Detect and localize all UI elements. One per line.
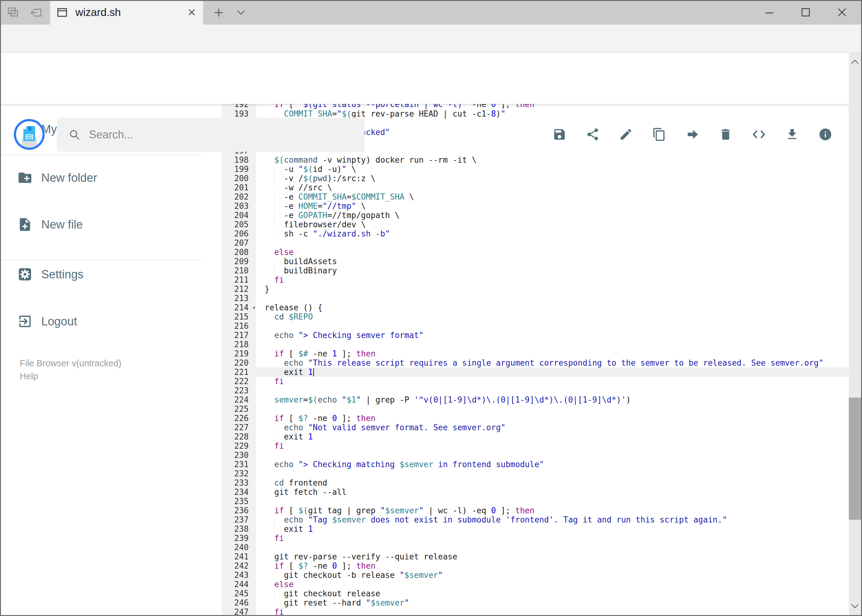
code-text xyxy=(256,321,849,331)
sidebar-item-settings[interactable]: Settings xyxy=(0,259,203,290)
code-line-232: 232 xyxy=(222,469,849,478)
code-text: exit 1 xyxy=(256,432,849,441)
line-number: 242 xyxy=(222,561,256,570)
code-text: git checkout release xyxy=(256,589,849,598)
code-text xyxy=(256,294,849,303)
code-line-214: 214▾release () { xyxy=(222,303,849,312)
code-line-237: 237 echo "Tag $semver does not exist in … xyxy=(222,515,849,524)
edit-pencil-icon[interactable] xyxy=(619,127,633,141)
code-line-198: 198 $(command -v winpty) docker run --rm… xyxy=(222,155,849,165)
move-arrow-icon[interactable] xyxy=(686,127,700,141)
close-window-icon[interactable] xyxy=(828,4,856,20)
maximize-icon[interactable] xyxy=(792,4,819,20)
sidebar-item-new-file[interactable]: New file xyxy=(0,209,203,240)
fold-arrow-icon[interactable]: ▾ xyxy=(252,303,256,312)
info-icon[interactable] xyxy=(818,127,832,141)
line-number: 235 xyxy=(222,497,256,506)
code-line-225: 225 xyxy=(222,404,849,414)
file-actions xyxy=(552,127,832,141)
line-number: 244 xyxy=(222,580,256,589)
line-number: 231 xyxy=(222,460,256,469)
code-text: git rev-parse --verify --quiet release xyxy=(256,552,849,561)
code-text: $(command -v winpty) docker run --rm -it… xyxy=(256,155,849,165)
tab-preview-icon[interactable] xyxy=(6,6,20,20)
help-link[interactable]: Help xyxy=(20,370,38,383)
code-line-247: 247 fi xyxy=(222,607,849,616)
line-number: 219 xyxy=(222,349,256,358)
code-line-243: 243 git checkout -b release "$semver" xyxy=(222,570,849,580)
code-line-218: 218 xyxy=(222,340,849,349)
code-line-234: 234 git fetch --all xyxy=(222,487,849,497)
filebrowser-floppy-logo[interactable] xyxy=(14,119,45,150)
code-brackets-icon[interactable] xyxy=(752,127,766,141)
line-number: 230 xyxy=(222,451,256,460)
code-line-242: 242 if [ $? -ne 0 ]; then xyxy=(222,561,849,570)
download-icon[interactable] xyxy=(785,127,799,141)
code-line-227: 227 echo "Not valid semver format. See s… xyxy=(222,423,849,432)
code-line-209: 209 buildAssets xyxy=(222,257,849,266)
code-line-241: 241 git rev-parse --verify --quiet relea… xyxy=(222,552,849,561)
tab-wizard-sh[interactable]: wizard.sh xyxy=(50,0,203,25)
code-line-199: 199 -u "$(id -u)" \ xyxy=(222,165,849,174)
code-text: echo "> Checking matching $semver in fro… xyxy=(256,460,849,469)
code-line-202: 202 -e COMMIT_SHA=$COMMIT_SHA \ xyxy=(222,192,849,201)
code-text: fi xyxy=(256,441,849,451)
sidebar-item-label: New folder xyxy=(41,171,97,184)
line-number: 208 xyxy=(222,248,256,257)
code-text: if [ $(git tag | grep "$semver" | wc -l)… xyxy=(256,506,849,515)
line-number: 211 xyxy=(222,275,256,284)
code-editor[interactable]: 192 if [ "$(git status --porcelain | wc … xyxy=(222,104,849,616)
sidebar-item-logout[interactable]: Logout xyxy=(0,306,203,337)
logout-icon xyxy=(17,314,33,329)
new-tab-icon[interactable] xyxy=(213,7,225,19)
code-line-226: 226 if [ $? -ne 0 ]; then xyxy=(222,414,849,423)
line-number: 226 xyxy=(222,414,256,423)
code-line-208: 208 else xyxy=(222,248,849,257)
search-bar[interactable] xyxy=(57,118,365,152)
code-line-230: 230 xyxy=(222,451,849,460)
code-line-217: 217 echo "> Checking semver format" xyxy=(222,331,849,340)
scroll-up-icon[interactable] xyxy=(849,55,861,69)
sidebar-item-label: New file xyxy=(41,218,83,231)
code-text: -w //src \ xyxy=(256,183,849,192)
save-icon[interactable] xyxy=(552,127,567,141)
page-scrollbar[interactable] xyxy=(849,53,861,615)
settings-gear-icon xyxy=(17,267,33,282)
window-border xyxy=(0,0,862,1)
scroll-down-icon[interactable] xyxy=(849,599,861,613)
line-number: 198 xyxy=(222,155,256,165)
code-line-239: 239 fi xyxy=(222,534,849,543)
code-text: -e COMMIT_SHA=$COMMIT_SHA \ xyxy=(256,192,849,201)
sidebar-item-new-folder[interactable]: New folder xyxy=(0,162,203,193)
line-number: 213 xyxy=(222,294,256,303)
code-text: cd $REPO xyxy=(256,312,849,321)
code-text xyxy=(256,238,849,248)
line-number: 216 xyxy=(222,321,256,331)
line-number: 217 xyxy=(222,331,256,340)
tab-list-chevron-icon[interactable] xyxy=(235,9,247,17)
minimize-icon[interactable] xyxy=(755,4,783,20)
code-line-220: 220 echo "This release script requires a… xyxy=(222,358,849,368)
line-number: 201 xyxy=(222,183,256,192)
code-line-207: 207 xyxy=(222,238,849,248)
line-number: 210 xyxy=(222,266,256,275)
scrollbar-thumb[interactable] xyxy=(849,398,861,520)
code-line-245: 245 git checkout release xyxy=(222,589,849,598)
line-number: 224 xyxy=(222,395,256,404)
code-text: sh -c "./wizard.sh -b" xyxy=(256,229,849,238)
share-icon[interactable] xyxy=(586,127,600,141)
search-input[interactable] xyxy=(88,128,342,141)
line-number: 220 xyxy=(222,358,256,368)
delete-trash-icon[interactable] xyxy=(719,127,733,141)
copy-icon[interactable] xyxy=(652,127,666,141)
code-text: git reset --hard "$semver" xyxy=(256,598,849,607)
browser-toolbar: filebrowser.web/files/wizard.sh xyxy=(0,25,862,53)
code-text: -u "$(id -u)" \ xyxy=(256,165,849,174)
tab-close-icon[interactable] xyxy=(186,7,197,17)
code-text: buildBinary xyxy=(256,266,849,275)
code-line-238: 238 exit 1 xyxy=(222,524,849,534)
code-text: fi xyxy=(256,377,849,386)
set-tabs-aside-icon[interactable] xyxy=(29,6,43,20)
code-line-233: 233 cd frontend xyxy=(222,478,849,487)
code-text xyxy=(256,469,849,478)
